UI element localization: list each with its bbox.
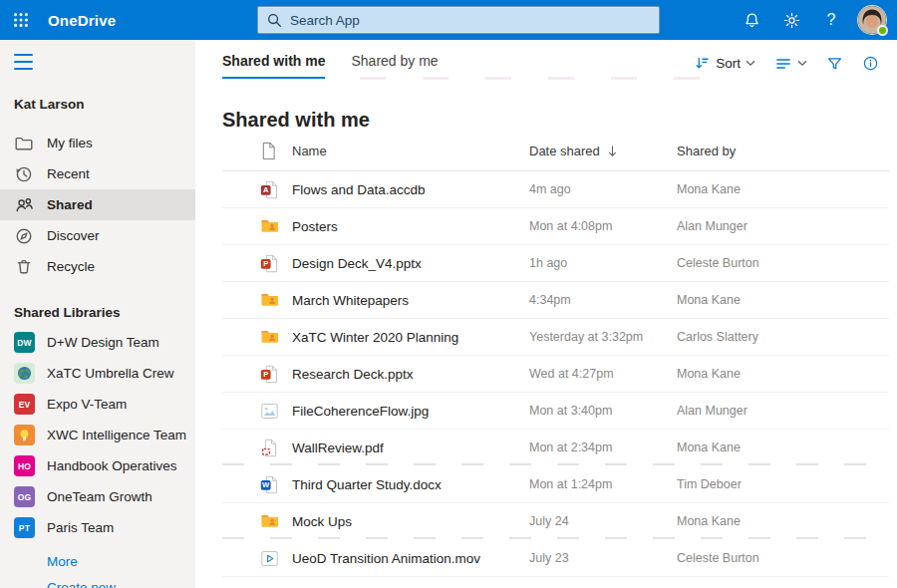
primary-nav: My filesRecentSharedDiscoverRecycle bbox=[0, 128, 195, 282]
date-shared: Mon at 2:34pm bbox=[529, 441, 677, 454]
table-row[interactable]: FileCoherenceFlow.jpgMon at 3:40pmAlan M… bbox=[222, 393, 889, 430]
pdf-file-icon bbox=[222, 439, 292, 457]
sidebar-item-recent[interactable]: Recent bbox=[0, 158, 195, 189]
table-row[interactable]: March Whitepapers4:34pmMona Kane bbox=[222, 282, 889, 319]
file-name: Mock Ups bbox=[292, 514, 529, 529]
help-icon[interactable]: ? bbox=[811, 0, 851, 40]
powerpoint-file-icon: P bbox=[222, 254, 292, 273]
main-content: Shared with me Shared by me Sort bbox=[195, 40, 897, 588]
presence-available-dot bbox=[877, 25, 888, 36]
info-button[interactable] bbox=[862, 55, 879, 72]
settings-gear-icon[interactable] bbox=[771, 0, 811, 40]
notifications-bell-icon[interactable] bbox=[732, 0, 771, 40]
header-file-type-icon bbox=[222, 142, 292, 160]
search-input[interactable] bbox=[290, 13, 650, 28]
shared-by: Mona Kane bbox=[677, 441, 889, 454]
shared-by: Mona Kane bbox=[677, 514, 889, 528]
sidebar-item-shared[interactable]: Shared bbox=[0, 189, 195, 220]
library-item-oneteam-growth[interactable]: OGOneTeam Growth bbox=[0, 481, 195, 512]
user-avatar[interactable] bbox=[857, 5, 887, 35]
app-launcher-icon[interactable] bbox=[0, 0, 42, 40]
column-header-name[interactable]: Name bbox=[292, 144, 529, 158]
table-row[interactable]: PResearch Deck.pptxWed at 4:27pmMona Kan… bbox=[222, 356, 889, 393]
date-shared: Yesterday at 3:32pm bbox=[529, 330, 677, 344]
folder-file-icon bbox=[222, 511, 292, 531]
date-shared: 4m ago bbox=[529, 182, 677, 196]
sort-button[interactable]: Sort bbox=[694, 55, 755, 72]
app-title: OneDrive bbox=[48, 12, 116, 29]
table-row[interactable]: PDesign Deck_V4.pptx1h agoCeleste Burton bbox=[222, 245, 889, 282]
sidebar-item-recycle[interactable]: Recycle bbox=[0, 251, 195, 282]
search-icon bbox=[267, 13, 282, 28]
svg-text:A: A bbox=[263, 185, 269, 194]
table-row[interactable]: XaTC Winter 2020 PlanningYesterday at 3:… bbox=[222, 319, 889, 356]
hamburger-menu-icon[interactable] bbox=[14, 54, 34, 70]
library-initials-tile: OG bbox=[14, 486, 35, 507]
folder-file-icon bbox=[222, 327, 292, 347]
sidebar-item-discover[interactable]: Discover bbox=[0, 220, 195, 251]
date-shared: July 23 bbox=[529, 551, 677, 565]
bulb-icon bbox=[14, 425, 35, 445]
library-item-xatc-umbrella-crew[interactable]: XaTC Umbrella Crew bbox=[0, 358, 195, 389]
library-item-xwc-intelligence-team[interactable]: XWC Intelligence Team bbox=[0, 420, 195, 450]
column-header-shared-by[interactable]: Shared by bbox=[677, 144, 889, 158]
tab-shared-with-me[interactable]: Shared with me bbox=[222, 53, 325, 79]
file-name: UeoD Transition Animation.mov bbox=[292, 551, 529, 566]
table-row[interactable]: UeoD Transition Animation.movJuly 23Cele… bbox=[222, 540, 889, 577]
table-body: AFlows and Data.accdb4m agoMona KanePost… bbox=[222, 171, 889, 577]
svg-text:P: P bbox=[263, 370, 268, 379]
sort-arrow-icon bbox=[694, 55, 711, 72]
search-box[interactable] bbox=[257, 6, 660, 34]
library-item-handbook-operatives[interactable]: HOHandbook Operatives bbox=[0, 450, 195, 481]
folder-icon bbox=[14, 134, 34, 153]
compass-icon bbox=[14, 226, 34, 246]
shared-by: Mona Kane bbox=[677, 182, 889, 196]
file-name: Research Deck.pptx bbox=[292, 367, 529, 382]
waffle-grid-icon bbox=[12, 11, 30, 29]
folder-file-icon bbox=[222, 290, 292, 310]
library-item-expo-v-team[interactable]: EVExpo V-Team bbox=[0, 389, 195, 420]
shared-by: Alan Munger bbox=[677, 219, 889, 233]
sidebar-item-my-files[interactable]: My files bbox=[0, 128, 195, 158]
shared-by: Celeste Burton bbox=[677, 256, 889, 270]
tab-shared-by-me[interactable]: Shared by me bbox=[351, 53, 438, 79]
file-name: XaTC Winter 2020 Planning bbox=[292, 330, 529, 345]
library-item-label: XWC Intelligence Team bbox=[47, 428, 186, 442]
filter-button[interactable] bbox=[826, 56, 843, 72]
loading-shimmer-dashes bbox=[360, 77, 711, 80]
shared-by: Celeste Burton bbox=[677, 551, 889, 565]
svg-text:P: P bbox=[263, 259, 268, 268]
chevron-down-icon bbox=[746, 60, 755, 67]
column-header-date-shared[interactable]: Date shared bbox=[529, 144, 677, 158]
view-options-button[interactable] bbox=[774, 56, 807, 72]
sidebar-item-label: Recent bbox=[47, 166, 90, 181]
list-toolbar: Sort bbox=[694, 53, 879, 72]
more-link[interactable]: More bbox=[47, 554, 78, 569]
word-file-icon: W bbox=[222, 475, 292, 494]
table-row[interactable]: PostersMon at 4:08pmAlan Munger bbox=[222, 208, 889, 245]
info-circle-icon bbox=[862, 55, 879, 72]
top-app-bar: OneDrive ? bbox=[0, 0, 897, 40]
file-name: Third Quarter Study.docx bbox=[292, 477, 529, 492]
library-item-d-w-design-team[interactable]: DWD+W Design Team bbox=[0, 327, 195, 358]
sidebar-item-label: Discover bbox=[47, 228, 100, 243]
shared-by: Alan Munger bbox=[677, 404, 889, 418]
table-row[interactable]: Mock UpsJuly 24Mona Kane bbox=[222, 503, 889, 540]
file-name: FileCoherenceFlow.jpg bbox=[292, 404, 529, 419]
shared-libraries-list: DWD+W Design TeamXaTC Umbrella CrewEVExp… bbox=[0, 327, 195, 543]
people-icon bbox=[14, 195, 34, 215]
sidebar-item-label: Recycle bbox=[47, 259, 95, 274]
page-title: Shared with me bbox=[222, 109, 897, 132]
history-icon bbox=[14, 164, 34, 184]
table-row[interactable]: WThird Quarter Study.docxMon at 1:24pmTi… bbox=[222, 466, 889, 503]
library-item-paris-team[interactable]: PTParis Team bbox=[0, 512, 195, 543]
shared-by: Carlos Slattery bbox=[677, 330, 889, 344]
chevron-down-icon bbox=[797, 60, 807, 67]
files-table: Name Date shared Shared by AFlows and Da… bbox=[222, 132, 889, 577]
table-row[interactable]: WallReview.pdfMon at 2:34pmMona Kane bbox=[222, 430, 889, 466]
trash-icon bbox=[14, 257, 34, 277]
date-shared: 4:34pm bbox=[529, 293, 677, 307]
library-item-label: D+W Design Team bbox=[47, 335, 159, 350]
create-new-link[interactable]: Create new bbox=[47, 580, 116, 588]
table-row[interactable]: AFlows and Data.accdb4m agoMona Kane bbox=[222, 171, 889, 208]
